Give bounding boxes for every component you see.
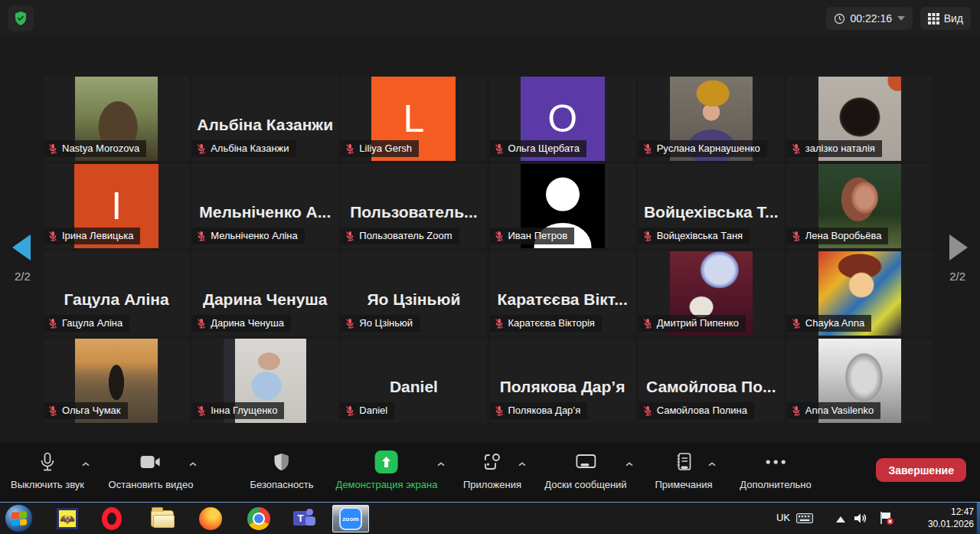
participant-tile[interactable]: Ольга Чумак (44, 339, 189, 423)
previous-page-arrow[interactable] (12, 234, 31, 260)
mic-muted-icon (791, 318, 802, 329)
taskbar-app-explorer[interactable] (147, 505, 178, 532)
share-screen-button[interactable]: Демонстрация экрана (336, 450, 438, 490)
security-button[interactable]: Безопасность (250, 450, 314, 490)
participant-name: залізко наталія (805, 143, 875, 154)
participant-name-label: Ольга Чумак (44, 402, 128, 419)
mic-muted-icon (47, 405, 58, 416)
mic-muted-icon (47, 143, 58, 154)
participant-name: Дмитрий Пипенко (657, 317, 739, 329)
keyboard-layout-icon[interactable] (796, 513, 813, 523)
action-center-flag-icon[interactable] (879, 511, 894, 529)
apps-button[interactable]: Приложения (463, 450, 521, 490)
mic-muted-icon (345, 405, 355, 416)
participant-tile[interactable]: залізко наталія (787, 77, 933, 161)
participant-tile[interactable]: Гацула Аліна Гацула Аліна (44, 251, 189, 336)
taskbar-app-zoom-active[interactable]: zoom (332, 505, 369, 532)
notes-options-caret[interactable] (707, 457, 717, 470)
participant-tile[interactable]: Иван Петров (490, 164, 635, 248)
participant-tile[interactable]: O Ольга Щербата (490, 77, 635, 161)
meeting-timer[interactable]: 00:22:16 (826, 7, 913, 30)
stop-video-button[interactable]: Остановить видео (109, 450, 194, 490)
mic-muted-icon (196, 231, 207, 241)
mic-muted-icon (345, 143, 355, 154)
participant-name-label: Пользователь Zoom (341, 228, 459, 244)
video-options-caret[interactable] (188, 457, 198, 470)
more-button[interactable]: Дополнительно (740, 450, 812, 490)
participant-tile[interactable]: Альбіна Казанжи Альбіна Казанжи (192, 77, 338, 161)
whiteboards-label: Доски сообщений (544, 479, 626, 490)
participant-tile[interactable]: Лена Воробьёва (787, 164, 933, 248)
participant-tile[interactable]: Полякова Дар’я Полякова Дар’я (490, 339, 635, 423)
participant-name-label: Дарина Ченуша (192, 315, 291, 332)
participant-tile[interactable]: Daniel Daniel (341, 339, 486, 423)
participant-name: Гацула Аліна (62, 317, 122, 329)
participant-name: Ірина Левицька (62, 230, 133, 241)
taskbar-app-chrome[interactable] (243, 505, 274, 532)
participant-tile[interactable]: Інна Глущенко (192, 339, 338, 423)
view-button[interactable]: Вид (920, 7, 971, 30)
taskbar-app-teams[interactable]: T (289, 505, 320, 532)
participant-name-label: Ольга Щербата (490, 140, 586, 157)
share-options-caret[interactable] (436, 457, 446, 470)
windows-taskbar: 🦇 T zoom UK 12:47 30.01.2026 (0, 502, 980, 534)
participant-tile[interactable]: Мельніченко А... Мельніченко Аліна (192, 164, 338, 248)
participant-name: Яо Цзіньюй (359, 317, 413, 329)
next-page-arrow[interactable] (949, 234, 968, 260)
teams-icon: T (293, 508, 316, 529)
participant-tile[interactable]: Дмитрий Пипенко (639, 251, 784, 336)
end-meeting-button[interactable]: Завершение (876, 458, 966, 482)
participant-name-label: Liliya Gersh (341, 140, 419, 157)
show-desktop-button[interactable] (976, 503, 980, 534)
mic-muted-icon (494, 231, 505, 241)
timer-caret-icon[interactable] (897, 16, 905, 21)
whiteboards-options-caret[interactable] (625, 457, 634, 470)
participant-name: Руслана Карнаушенко (657, 143, 760, 154)
participant-tile[interactable]: Дарина Ченуша Дарина Ченуша (192, 251, 338, 336)
mic-muted-icon (494, 143, 505, 154)
opera-icon (102, 507, 122, 530)
notes-button[interactable]: Примечания (655, 450, 712, 490)
participant-name-label: Ірина Левицька (44, 228, 140, 244)
participant-tile[interactable]: Войцехівська Т... Войцехівська Таня (639, 164, 784, 248)
participant-name-label: Nastya Morozova (44, 140, 146, 157)
mic-muted-icon (196, 318, 207, 329)
whiteboards-button[interactable]: Доски сообщений (544, 450, 626, 490)
participant-name-label: Каратєєва Вікторія (490, 315, 602, 332)
apps-options-caret[interactable] (518, 457, 527, 470)
more-label: Дополнительно (740, 479, 812, 490)
meeting-info-shield-button[interactable] (8, 5, 34, 31)
taskbar-app-firefox[interactable] (195, 505, 226, 532)
participant-name: Nastya Morozova (62, 143, 139, 154)
taskbar-app-the-bat[interactable]: 🦇 (52, 505, 83, 532)
participant-tile[interactable]: Руслана Карнаушенко (639, 77, 784, 161)
taskbar-app-opera[interactable] (96, 505, 127, 532)
mic-muted-icon (494, 318, 505, 329)
language-indicator[interactable]: UK (776, 512, 790, 523)
participant-name-label: залізко наталія (787, 140, 882, 157)
firefox-icon (199, 507, 222, 530)
participant-tile[interactable]: Anna Vasilenko (787, 339, 933, 423)
participant-tile[interactable]: Каратєєва Вікт... Каратєєва Вікторія (490, 251, 635, 336)
participant-tile[interactable]: Яо Цзіньюй Яо Цзіньюй (341, 251, 486, 336)
participant-tile[interactable]: Chayka Anna (787, 251, 933, 336)
participant-tile[interactable]: І Ірина Левицька (44, 164, 189, 248)
show-hidden-icons-arrow[interactable] (836, 516, 845, 523)
mute-button[interactable]: Выключить звук (11, 450, 84, 490)
mic-muted-icon (791, 143, 802, 154)
volume-icon[interactable] (854, 512, 868, 528)
participant-name: Інна Глущенко (211, 405, 277, 416)
participant-name: Liliya Gersh (359, 143, 412, 154)
participant-name-label: Anna Vasilenko (787, 402, 880, 419)
taskbar-clock[interactable]: 12:47 30.01.2026 (928, 506, 974, 530)
mute-options-caret[interactable] (81, 457, 90, 470)
participant-name: Пользователь Zoom (359, 230, 452, 241)
participant-tile[interactable]: Пользователь... Пользователь Zoom (341, 164, 486, 248)
participant-name: Daniel (359, 405, 387, 416)
view-label: Вид (944, 12, 963, 25)
participant-tile[interactable]: L Liliya Gersh (341, 77, 486, 161)
participant-tile[interactable]: Nastya Morozova (44, 77, 189, 161)
participant-tile[interactable]: Самойлова По... Самойлова Полина (639, 339, 784, 423)
start-button[interactable] (5, 504, 33, 532)
participant-name-label: Самойлова Полина (639, 402, 754, 419)
